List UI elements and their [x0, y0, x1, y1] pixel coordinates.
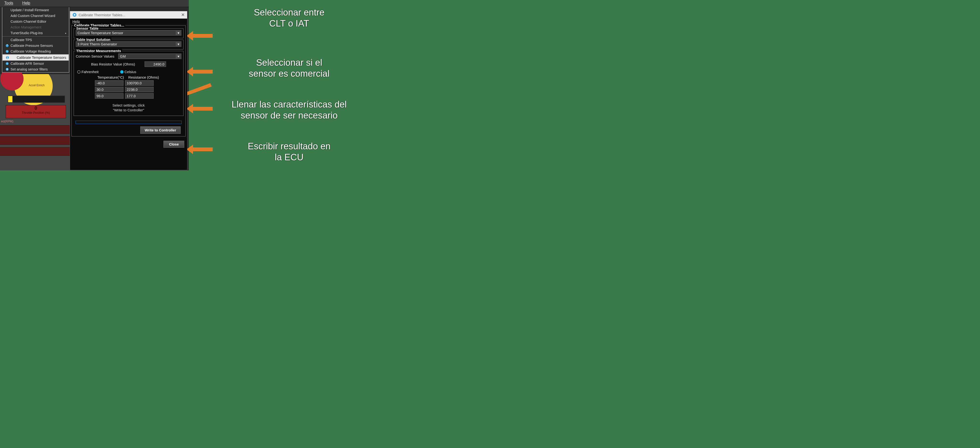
svg-marker-12 [186, 67, 213, 76]
hint-text: Select settings, click "Write to Control… [76, 103, 181, 112]
temp-input[interactable]: 30.0 [95, 87, 124, 92]
radio-icon [77, 70, 81, 74]
select-value: GM [120, 54, 126, 58]
thermistor-table: Temperature(°C) Resistance (Ohms) -40.0 … [95, 75, 181, 98]
select-value: 3 Point Therm Generator [78, 42, 117, 46]
gauge-rpm-label: ed(RPM) [1, 119, 13, 123]
close-button[interactable]: Close [164, 141, 184, 148]
menu-item-calibrate-pressure[interactable]: Calibrate Pressure Sensors [2, 43, 69, 49]
tools-dropdown: Update / Install Firmware Add Custom Cha… [2, 7, 69, 73]
svg-point-5 [7, 58, 8, 59]
svg-marker-15 [186, 145, 213, 154]
resistance-input[interactable]: 100700.0 [125, 80, 154, 86]
table-input-select[interactable]: 3 Point Therm Generator ▾ [76, 41, 181, 47]
gauge-dark-row [0, 125, 70, 134]
gauge-accel-label: Accel Enrich [29, 84, 45, 87]
radio-icon [120, 70, 124, 74]
annotation-fill-characteristics: Llenar las características delsensor de … [203, 99, 373, 121]
svg-text:A: A [7, 63, 8, 65]
progress-bar [75, 121, 181, 124]
menubar: Tools Help [0, 0, 189, 7]
sensor-icon [5, 49, 9, 53]
group-thermistor-measurements: Thermistor Measurements Common Sensor Va… [73, 51, 183, 116]
resistance-input[interactable]: 177.0 [125, 93, 154, 98]
annotation-clt-iat: Seleccionar entreCLT o IAT [210, 7, 368, 29]
annotation-panel: Seleccionar entreCLT o IAT Seleccionar s… [189, 0, 373, 170]
group-legend: Sensor Table [75, 26, 99, 30]
fahrenheit-radio[interactable]: Fahrenheit [77, 70, 99, 74]
chevron-down-icon: ▾ [176, 42, 181, 46]
menu-item-add-channel-wizard[interactable]: Add Custom Channel Wizard [2, 13, 69, 19]
chevron-down-icon: ▾ [176, 31, 181, 35]
group-table-input: Table Input Solution 3 Point Therm Gener… [73, 40, 183, 49]
gauge-throttle-label: Throttle Position (%) [22, 111, 50, 114]
col-resistance: Resistance (Ohms) [128, 75, 159, 79]
sensor-icon [5, 56, 9, 59]
gauge-dark-row [0, 147, 70, 156]
svg-rect-1 [7, 44, 7, 45]
group-legend: Table Input Solution [75, 38, 111, 41]
menu-item-custom-channel-editor[interactable]: Custom Channel Editor [2, 19, 69, 24]
chevron-down-icon: ▾ [176, 54, 181, 58]
col-temperature: Temperature(°C) [95, 75, 126, 79]
menu-item-update-firmware[interactable]: Update / Install Firmware [2, 7, 69, 13]
menu-help[interactable]: Help [20, 0, 32, 6]
common-sensor-select[interactable]: GM ▾ [118, 54, 181, 59]
tunerstudio-app: Tools Help Accel Enrich 0 Throttle Posit… [0, 0, 189, 170]
annotation-commercial-sensor: Seleccionar si elsensor es comercial [210, 57, 368, 79]
filter-icon [5, 67, 9, 71]
select-value: Coolant Temperature Sensor [78, 31, 123, 35]
group-sensor-table: Sensor Table Coolant Temperature Sensor … [73, 29, 183, 38]
table-row: 99.0 177.0 [95, 93, 181, 98]
gauge-bar [8, 95, 65, 103]
gauge-throttle: 0 Throttle Position (%) [6, 105, 66, 118]
background-gauges: Accel Enrich 0 Throttle Position (%) ed(… [0, 74, 70, 170]
group-calibrate-thermistor: Calibrate Thermistor Tables... Sensor Ta… [72, 25, 186, 137]
menu-item-calibrate-afr[interactable]: A Calibrate AFR Sensor [2, 61, 69, 67]
dialog-titlebar: Calibrate Thermistor Tables... ✕ [70, 11, 187, 19]
sensor-icon [5, 44, 9, 48]
annotation-write-ecu: Escribir resultado enla ECU [210, 141, 368, 163]
menu-item-calibrate-tps[interactable]: Calibrate TPS [2, 37, 69, 43]
dialog-title: Calibrate Thermistor Tables... [79, 13, 125, 17]
menu-separator [2, 36, 69, 37]
bias-resistor-label: Bias Resistor Value (Ohms) [91, 62, 135, 66]
table-row: -40.0 100700.0 [95, 80, 181, 86]
group-legend: Thermistor Measurements [75, 49, 122, 53]
svg-marker-11 [186, 31, 213, 41]
gauge-throttle-value: 0 [6, 105, 66, 111]
gauge-dark-row [0, 136, 70, 145]
sensor-table-select[interactable]: Coolant Temperature Sensor ▾ [76, 30, 181, 36]
temp-input[interactable]: 99.0 [95, 93, 124, 98]
menu-item-calibrate-voltage[interactable]: Calibrate Voltage Reading [2, 49, 69, 54]
arrow-icon [186, 29, 215, 43]
menu-item-plugins[interactable]: TunerStudio Plug-ins▸ [2, 30, 69, 36]
temp-input[interactable]: -40.0 [95, 80, 124, 86]
menu-item-set-analog-filters[interactable]: Set analog sensor filters [2, 67, 69, 72]
menu-item-calibrate-temperature[interactable]: Calibrate Temperature Sensors [2, 54, 69, 61]
sensor-icon: A [5, 62, 9, 65]
submenu-arrow-icon: ▸ [65, 32, 67, 34]
celsius-radio[interactable]: Celsius [120, 70, 136, 74]
svg-rect-4 [7, 56, 8, 58]
dialog-icon [72, 13, 77, 17]
common-sensor-label: Common Sensor Values [76, 54, 116, 58]
bias-resistor-input[interactable]: 2490.0 [145, 61, 166, 67]
write-to-controller-button[interactable]: Write to Controller [140, 126, 181, 134]
calibrate-thermistor-dialog: Calibrate Thermistor Tables... ✕ Help Ca… [70, 11, 187, 170]
table-row: 30.0 2238.0 [95, 87, 181, 92]
svg-point-10 [74, 14, 75, 16]
menu-tools[interactable]: Tools [2, 0, 15, 6]
menu-item-action-management: Action Management [2, 24, 69, 30]
close-icon[interactable]: ✕ [181, 12, 185, 17]
resistance-input[interactable]: 2238.0 [125, 87, 154, 92]
